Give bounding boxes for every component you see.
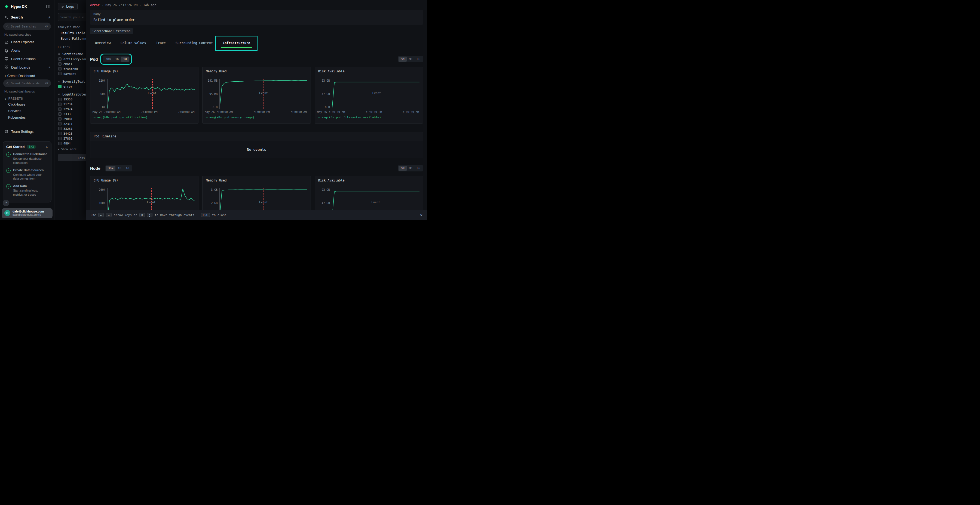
get-started-header[interactable]: Get Started 3/3 ∧ [6,145,48,149]
tab-surrounding-context[interactable]: Surrounding Context [171,38,218,48]
chart-legend: —avg(k8s.pod.cpu.utilization) [92,113,195,122]
preset-services[interactable]: Services [0,108,54,114]
event-meta-row: error · May 26 7:13:26 PM · 14h ago [90,3,423,7]
chart-title: Memory Used [202,176,310,185]
checkbox[interactable] [58,142,62,145]
presets-header[interactable]: ∨ PRESETS [0,95,54,101]
pod-size-md[interactable]: MD [407,57,415,62]
plot-row: 191 MB95 MB0 BEvent [204,79,307,109]
tab-trace[interactable]: Trace [151,38,171,48]
checkbox[interactable] [58,62,62,65]
pod-range-30m[interactable]: 30m [103,57,113,62]
user-email: dale@clickhouse.com [13,210,44,213]
x-tick-label: 7:30:00 PM [253,110,269,113]
y-tick-label: 93 GB [322,79,330,82]
monitor-icon [4,57,8,61]
chart-title: CPU Usage (%) [91,67,198,76]
pod-timeline-title: Pod Timeline [91,132,423,141]
sidebar-item-dashboards[interactable]: Dashboards ∧ [0,63,54,71]
node-range-30m[interactable]: 30m [106,166,116,171]
filter-option-label: 2333 [64,113,71,116]
y-axis: 93 GB47 GB0 B [317,79,332,109]
tab-overview[interactable]: Overview [90,38,116,48]
checkbox[interactable] [58,108,62,111]
pod-size-lg[interactable]: LG [415,57,423,62]
sidebar-item-team-settings[interactable]: Team Settings [0,127,54,136]
y-tick-label: 0% [102,106,105,109]
saved-searches-input[interactable]: Saved Searches ⌘K [3,22,51,30]
saved-searches-placeholder: Saved Searches [11,25,43,28]
checkbox[interactable] [58,57,62,61]
checkbox[interactable] [58,122,62,125]
sidebar-item-chart-explorer[interactable]: Chart Explorer [0,38,54,46]
saved-dashboards-input[interactable]: Saved Dashboards ⌘K [3,79,51,87]
checkbox[interactable] [58,117,62,121]
chart-card: CPU Usage (%)120%60%0%EventMay 26 7:00:0… [90,67,199,124]
sidebar-section-search[interactable]: Search ∧ [0,13,54,22]
tab-infrastructure[interactable]: Infrastructure [218,38,255,48]
plot-row: 120%60%0%Event [92,79,195,109]
pod-section-header: Pod 30m1h1d SMMDLG [90,56,423,62]
chart-plot[interactable]: Event [107,79,195,109]
checkbox[interactable]: ✓ [58,85,62,88]
chart-legend: —avg(k8s.pod.memory.usage) [204,113,307,122]
chart-card: Memory Used191 MB95 MB0 BEventMay 26 7:0… [202,67,310,124]
help-button[interactable]: ? [3,200,9,206]
filter-option-label: 33261 [64,127,72,130]
legend-series-name: avg(k8s.pod.cpu.utilization) [97,116,148,119]
y-tick-label: 2 GB [211,202,218,205]
sidebar-item-alerts[interactable]: Alerts [0,46,54,55]
pod-range-1h[interactable]: 1h [113,57,121,62]
chart-plot[interactable]: Event [220,79,307,109]
preset-clickhouse[interactable]: ClickHouse [0,101,54,108]
checkbox[interactable] [58,137,62,140]
event-marker-label: Event [372,200,380,204]
checkbox[interactable] [58,103,62,106]
node-size-lg[interactable]: LG [415,166,423,171]
sidebar-item-client-sessions[interactable]: Client Sessions [0,55,54,63]
pod-size-sm[interactable]: SM [399,57,406,62]
x-tick-label: 7:00:00 AM [402,110,419,113]
y-tick-label: 93 GB [322,188,330,191]
node-range-1h[interactable]: 1h [115,166,123,171]
footer-use-label: Use [91,213,96,217]
node-size-sm[interactable]: SM [399,166,406,171]
sidebar-toggle-icon[interactable] [46,4,50,9]
checkbox[interactable] [58,113,62,116]
pod-range-1d[interactable]: 1d [121,57,129,62]
get-started-item[interactable]: ✓ Connect to ClickHouse Set up your data… [6,152,48,165]
get-started-item[interactable]: ✓ Add Data Start sending logs, metrics, … [6,184,48,197]
preset-kubernetes[interactable]: Kubernetes [0,114,54,121]
checkbox[interactable] [58,67,62,70]
checkbox[interactable] [58,98,62,101]
brand-title: HyperDX [11,4,44,9]
footer-close-label: to close [212,213,226,217]
brand-row: HyperDX [0,0,54,13]
user-menu[interactable]: D dale@clickhouse.com dale@clickhouse.co… [2,208,52,218]
checkbox[interactable] [58,132,62,135]
search-section-icon [4,15,8,19]
node-size-md[interactable]: MD [407,166,415,171]
service-name-tag[interactable]: ServiceName: frontend [90,28,133,34]
chart-body: 93 GB47 GB0 BEventMay 26 7:00:00 AM7:30:… [315,76,423,123]
checkbox[interactable] [58,72,62,75]
get-started-badge: 3/3 [27,145,36,149]
source-selector-button[interactable]: Logs [58,3,78,10]
chart-plot[interactable]: Event [332,79,420,109]
create-dashboard-button[interactable]: + Create Dashboard [0,71,54,79]
body-label: Body [93,12,420,16]
pod-section-title: Pod [90,57,98,62]
tab-column-values[interactable]: Column Values [116,38,151,48]
close-icon[interactable]: ✕ [420,213,423,217]
get-started-item[interactable]: ✓ Create Data Sources Configure where yo… [6,168,48,181]
j-key: j [147,213,153,217]
get-started-item-desc: Start sending logs, metrics, or traces [13,189,48,197]
x-tick-label: 7:00:00 AM [290,110,307,113]
checkbox[interactable] [58,127,62,130]
grid-icon [4,65,8,69]
sidebar: HyperDX Search ∧ Saved Searches ⌘K No sa… [0,0,54,220]
pod-timeline-empty: No events [91,141,423,158]
node-range-1d[interactable]: 1d [124,166,132,171]
y-tick-label: 3 GB [211,188,218,191]
filter-option-label: 29081 [64,117,72,121]
